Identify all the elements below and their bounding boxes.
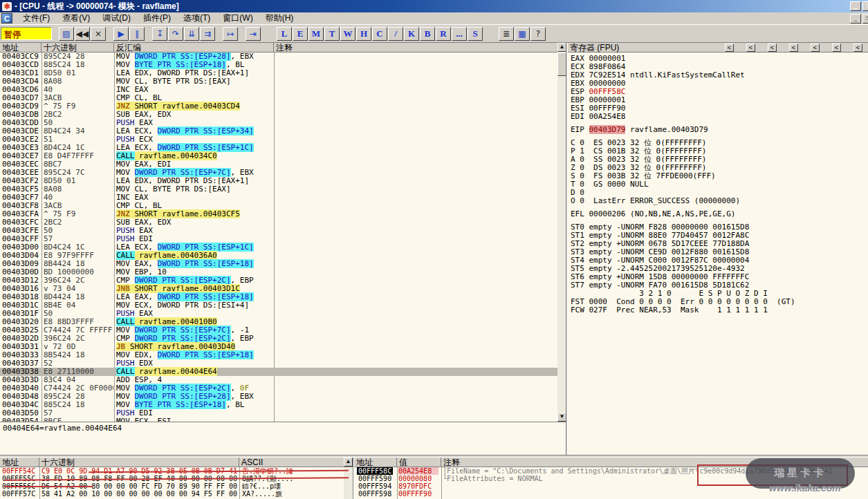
disasm-row[interactable]: 00403CD640INC EAX [0,86,557,94]
disasm-row[interactable]: 00403D0DBD 10000000MOV EBP, 10 [0,268,557,276]
minimize-button[interactable]: _ [850,1,861,11]
disasm-row[interactable]: 00403D16v 73 04JNB SHORT ravflame.00403D… [0,285,557,293]
disasm-row[interactable]: 00403D25C74424 7C FFFFFMOV DWORD PTR SS:… [0,326,557,335]
pane-shortcut-button-x[interactable]: / [388,27,403,41]
disasm-row[interactable]: 00403D20E8 8BD3FFFFCALL ravflame.004010B… [0,318,557,326]
disasm-row[interactable]: 00403D1C8B4E 04MOV ECX, DWORD PTR DS:[ES… [0,301,557,310]
collapse-chevron-icon[interactable]: < [789,44,798,52]
goto-icon[interactable]: ⇥ [246,27,261,41]
disasm-row[interactable]: 00403CD48A08MOV CL, BYTE PTR DS:[EAX] [0,77,557,86]
disasm-row[interactable]: 00403CC9895C24 28MOV DWORD PTR SS:[ESP+2… [0,53,557,61]
disasm-row[interactable]: 00403D008D4C24 1CLEA ECX, DWORD PTR SS:[… [0,243,557,252]
help-icon[interactable]: ? [530,27,546,41]
disasm-row[interactable]: 00403D3D83C4 04ADD ESP, 4 [0,376,557,384]
disasm-row[interactable]: 00403CD18D50 01LEA EDX, DWORD PTR DS:[EA… [0,69,557,77]
disasm-row[interactable]: 00403D5057PUSH EDI [0,409,557,417]
register-line[interactable]: EIP 00403D79 ravflame.00403D79 [571,126,867,134]
disasm-row[interactable]: 00403CE251PUSH ECX [0,135,557,144]
disasm-row[interactable]: 00403CEC8BC7MOV EAX, EDI [0,160,557,169]
disasm-row[interactable]: 00403CF58A08MOV CL, BYTE PTR DS:[EAX] [0,185,557,194]
mdi-minimize-button[interactable]: _ [850,14,861,23]
collapse-chevron-icon[interactable]: < [725,44,734,52]
disasm-row[interactable]: 00403CFF57PUSH EDI [0,235,557,243]
pane-shortcut-button-S[interactable]: S [468,27,483,41]
pane-shortcut-button-W[interactable]: W [340,27,355,41]
menu-item[interactable]: 帮助(H) [259,12,300,25]
disasm-row[interactable]: 00403CD9^ 75 F9JNZ SHORT ravflame.00403C… [0,102,557,111]
pane-shortcut-button-M[interactable]: M [308,27,324,41]
menu-item[interactable]: 文件(F) [17,12,56,25]
cpu-window-icon[interactable]: C [1,13,12,23]
pane-shortcut-button-H[interactable]: H [356,27,371,41]
register-line[interactable]: FCW 027F Prec NEAR,53 Mask 1 1 1 1 1 1 [571,306,867,314]
step-over-icon[interactable]: ↷ [168,27,183,41]
windows-list-icon[interactable]: ≣ [499,27,514,41]
disasm-row[interactable]: 00403D338B5424 18MOV EDX, DWORD PTR SS:[… [0,351,557,359]
disasm-row[interactable]: 00403D4C885C24 18MOV BYTE PTR SS:[ESP+18… [0,401,557,409]
disasm-row[interactable]: 00403CFA^ 75 F9JNZ SHORT ravflame.00403C… [0,210,557,218]
open-file-icon[interactable]: ▤ [59,27,74,41]
register-line[interactable]: EFL 00000206 (NO,NB,NE,A,NS,PE,GE,G) [571,210,867,218]
disasm-row[interactable]: 00403CE38D4C24 1CLEA ECX, DWORD PTR SS:[… [0,144,557,152]
appearance-icon[interactable]: ▦ [515,27,530,41]
pause-icon[interactable]: ∥ [129,27,145,41]
pane-shortcut-button-T[interactable]: T [324,27,340,41]
dump-scrollbar[interactable] [344,467,353,499]
registers-header: 寄存器 (FPU) < < < < < < < [568,43,868,53]
pane-shortcut-button-xxx[interactable]: ... [452,27,467,41]
disasm-row[interactable]: 00403CF740INC EAX [0,194,557,202]
pane-shortcut-button-L[interactable]: L [277,27,292,41]
disasm-row[interactable]: 00403CD73ACBCMP CL, BL [0,94,557,102]
disasm-row[interactable]: 00403D31v 72 0DJB SHORT ravflame.00403D4… [0,343,557,351]
disasm-row[interactable]: 00403CF83ACBCMP CL, BL [0,202,557,210]
disasm-row[interactable]: 00403D188D4424 18LEA EAX, DWORD PTR SS:[… [0,293,557,301]
register-line[interactable]: T 0 GS 0000 NULL [571,180,867,189]
disasm-row[interactable]: 00403D48895C24 28MOV DWORD PTR SS:[ESP+2… [0,393,557,401]
pane-shortcut-button-C[interactable]: C [372,27,387,41]
disasm-row[interactable]: 00403D40C74424 2C 0F0000MOV DWORD PTR SS… [0,384,557,393]
animate-into-icon[interactable]: ⇊ [184,27,199,41]
disasm-row[interactable]: 00403D04E8 97F9FFFFCALL ravflame.004036A… [0,252,557,260]
disasm-row[interactable]: 00403CDD50PUSH EAX [0,119,557,127]
collapse-chevron-icon[interactable]: < [853,44,862,52]
disasm-row[interactable]: 00403CEE895C24 7CMOV DWORD PTR SS:[ESP+7… [0,169,557,177]
collapse-chevron-icon[interactable]: < [832,44,841,52]
disasm-row[interactable]: 00403CCD885C24 18MOV BYTE PTR SS:[ESP+18… [0,61,557,69]
step-into-icon[interactable]: ↧ [152,27,167,41]
mdi-restore-button[interactable]: ❐ [862,14,868,23]
until-return-icon[interactable]: ↦ [223,27,238,41]
disasm-row[interactable]: 00403D2D396C24 2CCMP DWORD PTR SS:[ESP+2… [0,335,557,343]
disasm-row[interactable]: 00403D3752PUSH EDX [0,359,557,368]
disasm-row[interactable]: 00403D098B4424 18MOV EAX, DWORD PTR SS:[… [0,260,557,268]
disasm-row[interactable]: 00403D38E8 27110000CALL ravflame.00404E6… [0,368,557,376]
disasm-row[interactable]: 00403CDB2BC2SUB EAX, EDX [0,111,557,119]
collapse-chevron-icon[interactable]: < [811,44,820,52]
disasm-row[interactable]: 00403CFE50PUSH EAX [0,227,557,235]
pane-shortcut-button-K[interactable]: K [404,27,419,41]
pane-shortcut-button-B[interactable]: B [420,27,435,41]
restore-button[interactable]: ❐ [862,1,868,11]
close-icon[interactable]: × [91,27,106,41]
disasm-row[interactable]: 00403CDE8D4C24 34LEA ECX, DWORD PTR SS:[… [0,127,557,135]
disasm-row[interactable]: 00403D12396C24 2CCMP DWORD PTR SS:[ESP+2… [0,276,557,285]
menu-item[interactable]: 调试(D) [96,12,137,25]
collapse-chevron-icon[interactable]: < [768,44,777,52]
disasm-row[interactable]: 00403D1F50PUSH EAX [0,310,557,318]
animate-over-icon[interactable]: ⇉ [200,27,215,41]
restart-icon[interactable]: ◀◀ [75,27,90,41]
disasm-row[interactable]: 00403CFC2BC2SUB EAX, EDX [0,218,557,227]
collapse-chevron-icon[interactable]: < [746,44,755,52]
pane-shortcut-button-R[interactable]: R [436,27,451,41]
menu-item[interactable]: 查看(V) [56,12,96,25]
pane-shortcut-button-E[interactable]: E [293,27,308,41]
run-icon[interactable]: ▶ [113,27,129,41]
disasm-row[interactable]: 00403CF28D50 01LEA EDX, DWORD PTR DS:[EA… [0,177,557,185]
scroll-up-icon[interactable]: ▲ [344,458,353,467]
menu-item[interactable]: 插件(P) [137,12,177,25]
disasm-row[interactable]: 00403CE7E8 D4F7FFFFCALL ravflame.004034C… [0,152,557,160]
dump-row[interactable]: 00FFF57C58 41 A2 00 10 00 00 00 00 00 00… [0,490,343,498]
register-line[interactable]: EDI 00A254E8 [571,113,867,121]
menu-item[interactable]: 窗口(W) [216,12,259,25]
menu-item[interactable]: 选项(T) [177,12,216,25]
register-line[interactable]: O 0 LastErr ERROR_SUCCESS (00000000) [571,197,867,205]
